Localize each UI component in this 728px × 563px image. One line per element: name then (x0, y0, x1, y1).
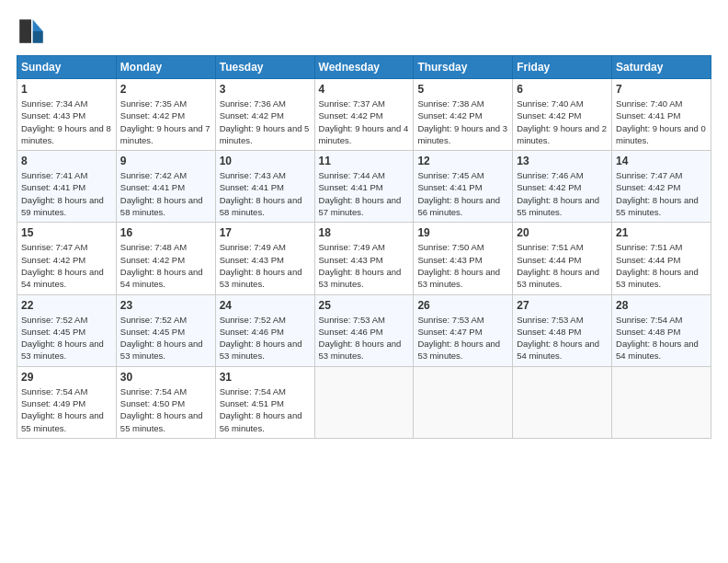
calendar-cell: 18 Sunrise: 7:49 AM Sunset: 4:43 PM Dayl… (314, 223, 414, 294)
daylight-label: Daylight: 9 hours and 7 minutes. (120, 123, 210, 145)
day-number: 5 (417, 83, 508, 96)
daylight-label: Daylight: 8 hours and 54 minutes. (21, 267, 104, 289)
calendar-cell: 9 Sunrise: 7:42 AM Sunset: 4:41 PM Dayli… (116, 151, 215, 223)
day-info: Sunrise: 7:54 AM Sunset: 4:50 PM Dayligh… (120, 385, 211, 434)
sunset-label: Sunset: 4:42 PM (417, 110, 482, 121)
calendar-cell: 7 Sunrise: 7:40 AM Sunset: 4:41 PM Dayli… (612, 79, 711, 151)
day-info: Sunrise: 7:40 AM Sunset: 4:41 PM Dayligh… (616, 98, 707, 146)
calendar-week-1: 1 Sunrise: 7:34 AM Sunset: 4:43 PM Dayli… (17, 79, 711, 151)
day-number: 13 (517, 155, 608, 167)
calendar-cell: 15 Sunrise: 7:47 AM Sunset: 4:42 PM Dayl… (17, 223, 117, 294)
sunset-label: Sunset: 4:45 PM (120, 327, 185, 337)
sunset-label: Sunset: 4:41 PM (21, 182, 85, 192)
daylight-label: Daylight: 8 hours and 53 minutes. (417, 267, 500, 289)
header (17, 17, 711, 46)
day-number: 25 (319, 299, 410, 312)
daylight-label: Daylight: 8 hours and 53 minutes. (220, 339, 302, 361)
sunset-label: Sunset: 4:49 PM (21, 398, 85, 408)
weekday-header-wednesday: Wednesday (314, 56, 414, 79)
sunrise-label: Sunrise: 7:37 AM (319, 98, 385, 109)
day-number: 30 (120, 371, 211, 384)
weekday-header-sunday: Sunday (17, 56, 117, 79)
day-info: Sunrise: 7:52 AM Sunset: 4:46 PM Dayligh… (220, 314, 311, 362)
sunrise-label: Sunrise: 7:54 AM (120, 386, 187, 396)
day-info: Sunrise: 7:52 AM Sunset: 4:45 PM Dayligh… (21, 314, 112, 362)
calendar-cell: 3 Sunrise: 7:36 AM Sunset: 4:42 PM Dayli… (215, 79, 314, 151)
day-number: 2 (120, 83, 211, 96)
sunrise-label: Sunrise: 7:36 AM (220, 98, 286, 109)
calendar-cell: 21 Sunrise: 7:51 AM Sunset: 4:44 PM Dayl… (612, 223, 711, 294)
weekday-header-tuesday: Tuesday (215, 56, 314, 79)
sunset-label: Sunset: 4:46 PM (319, 327, 383, 337)
day-number: 26 (417, 299, 508, 312)
sunset-label: Sunset: 4:41 PM (616, 110, 680, 121)
sunrise-label: Sunrise: 7:52 AM (21, 315, 87, 325)
sunrise-label: Sunrise: 7:40 AM (616, 98, 682, 109)
day-number: 3 (220, 83, 311, 96)
sunset-label: Sunset: 4:43 PM (417, 255, 482, 265)
daylight-label: Daylight: 8 hours and 55 minutes. (616, 195, 699, 217)
daylight-label: Daylight: 9 hours and 3 minutes. (417, 123, 507, 145)
daylight-label: Daylight: 8 hours and 53 minutes. (417, 339, 500, 361)
logo (17, 17, 50, 46)
sunrise-label: Sunrise: 7:54 AM (220, 386, 286, 396)
sunrise-label: Sunrise: 7:43 AM (220, 170, 286, 180)
day-number: 20 (517, 226, 608, 239)
sunset-label: Sunset: 4:41 PM (319, 182, 383, 192)
logo-icon (17, 17, 46, 46)
day-number: 17 (220, 226, 311, 239)
sunset-label: Sunset: 4:41 PM (220, 182, 284, 192)
daylight-label: Daylight: 8 hours and 55 minutes. (120, 410, 203, 432)
day-number: 23 (120, 299, 211, 312)
daylight-label: Daylight: 8 hours and 53 minutes. (21, 339, 104, 361)
sunset-label: Sunset: 4:42 PM (319, 110, 383, 121)
day-number: 16 (120, 226, 211, 239)
sunrise-label: Sunrise: 7:51 AM (517, 242, 583, 252)
daylight-label: Daylight: 8 hours and 53 minutes. (319, 267, 402, 289)
sunset-label: Sunset: 4:46 PM (220, 327, 284, 337)
calendar-cell: 28 Sunrise: 7:54 AM Sunset: 4:48 PM Dayl… (612, 294, 711, 366)
calendar-cell (414, 366, 513, 438)
calendar-cell: 2 Sunrise: 7:35 AM Sunset: 4:42 PM Dayli… (116, 79, 215, 151)
calendar-cell: 6 Sunrise: 7:40 AM Sunset: 4:42 PM Dayli… (513, 79, 612, 151)
calendar-cell: 1 Sunrise: 7:34 AM Sunset: 4:43 PM Dayli… (17, 79, 117, 151)
sunrise-label: Sunrise: 7:40 AM (517, 98, 583, 109)
calendar-cell: 30 Sunrise: 7:54 AM Sunset: 4:50 PM Dayl… (116, 366, 215, 438)
sunrise-label: Sunrise: 7:51 AM (616, 242, 682, 252)
calendar-cell: 8 Sunrise: 7:41 AM Sunset: 4:41 PM Dayli… (17, 151, 117, 223)
daylight-label: Daylight: 8 hours and 54 minutes. (120, 267, 203, 289)
sunrise-label: Sunrise: 7:54 AM (21, 386, 87, 396)
daylight-label: Daylight: 8 hours and 55 minutes. (21, 410, 104, 432)
sunset-label: Sunset: 4:42 PM (517, 110, 581, 121)
sunset-label: Sunset: 4:44 PM (616, 255, 680, 265)
sunrise-label: Sunrise: 7:38 AM (417, 98, 483, 109)
sunrise-label: Sunrise: 7:52 AM (120, 315, 187, 325)
day-info: Sunrise: 7:45 AM Sunset: 4:41 PM Dayligh… (417, 169, 508, 218)
day-number: 24 (220, 299, 311, 312)
day-number: 18 (319, 226, 410, 239)
day-info: Sunrise: 7:54 AM Sunset: 4:49 PM Dayligh… (21, 385, 112, 434)
day-info: Sunrise: 7:40 AM Sunset: 4:42 PM Dayligh… (517, 98, 608, 146)
day-info: Sunrise: 7:51 AM Sunset: 4:44 PM Dayligh… (517, 241, 608, 290)
daylight-label: Daylight: 8 hours and 54 minutes. (517, 339, 599, 361)
sunset-label: Sunset: 4:48 PM (616, 327, 680, 337)
daylight-label: Daylight: 9 hours and 5 minutes. (220, 123, 310, 145)
day-info: Sunrise: 7:42 AM Sunset: 4:41 PM Dayligh… (120, 169, 211, 218)
sunset-label: Sunset: 4:42 PM (616, 182, 680, 192)
svg-marker-0 (33, 19, 43, 31)
svg-marker-1 (33, 31, 43, 43)
calendar-cell: 10 Sunrise: 7:43 AM Sunset: 4:41 PM Dayl… (215, 151, 314, 223)
sunset-label: Sunset: 4:43 PM (21, 110, 85, 121)
weekday-header-saturday: Saturday (612, 56, 711, 79)
sunrise-label: Sunrise: 7:50 AM (417, 242, 483, 252)
day-info: Sunrise: 7:52 AM Sunset: 4:45 PM Dayligh… (120, 314, 211, 362)
sunset-label: Sunset: 4:42 PM (21, 255, 85, 265)
day-number: 7 (616, 83, 707, 96)
calendar-cell: 17 Sunrise: 7:49 AM Sunset: 4:43 PM Dayl… (215, 223, 314, 294)
sunset-label: Sunset: 4:48 PM (517, 327, 581, 337)
day-info: Sunrise: 7:50 AM Sunset: 4:43 PM Dayligh… (417, 241, 508, 290)
calendar-cell: 27 Sunrise: 7:53 AM Sunset: 4:48 PM Dayl… (513, 294, 612, 366)
day-info: Sunrise: 7:35 AM Sunset: 4:42 PM Dayligh… (120, 98, 211, 146)
sunset-label: Sunset: 4:42 PM (120, 110, 185, 121)
sunset-label: Sunset: 4:44 PM (517, 255, 581, 265)
